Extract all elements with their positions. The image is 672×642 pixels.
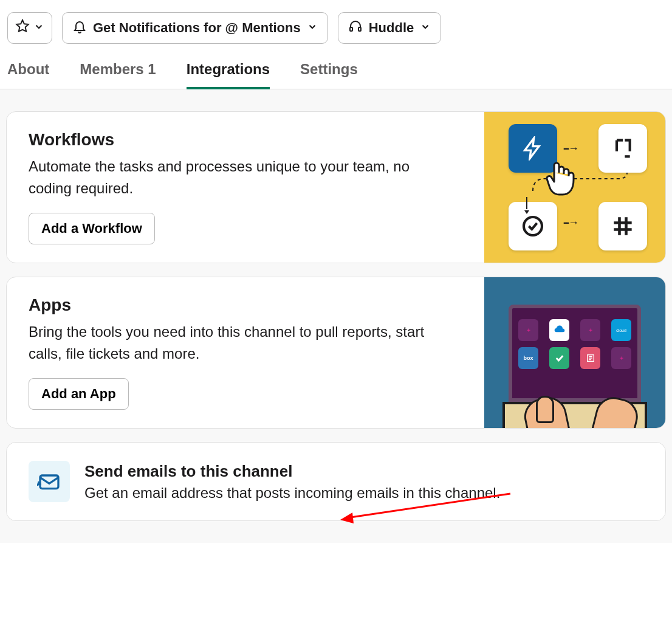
tab-integrations[interactable]: Integrations [187, 52, 270, 89]
star-icon [15, 19, 30, 37]
integrations-content: Workflows Automate the tasks and process… [0, 89, 672, 543]
email-description: Get an email address that posts incoming… [84, 485, 500, 502]
svg-rect-4 [40, 475, 58, 489]
apps-illustration: ＋ ＋ cloud box ＋ [484, 277, 665, 428]
workflows-card: Workflows Automate the tasks and process… [6, 111, 666, 263]
channel-toolbar: Get Notifications for @ Mentions Huddle [0, 0, 672, 52]
apps-card: Apps Bring the tools you need into this … [6, 277, 666, 429]
apps-description: Bring the tools you need into this chann… [29, 321, 430, 365]
email-texts: Send emails to this channel Get an email… [84, 462, 500, 502]
chevron-down-icon [33, 20, 44, 36]
workflows-title: Workflows [29, 130, 462, 150]
tab-about[interactable]: About [7, 52, 49, 89]
send-emails-card[interactable]: Send emails to this channel Get an email… [6, 442, 666, 521]
star-button[interactable] [7, 12, 52, 44]
tab-members-label: Members [80, 61, 143, 77]
notifications-button[interactable]: Get Notifications for @ Mentions [62, 12, 328, 44]
apps-body: Apps Bring the tools you need into this … [7, 277, 484, 428]
add-workflow-button[interactable]: Add a Workflow [29, 213, 155, 244]
email-icon [29, 461, 70, 502]
email-title: Send emails to this channel [84, 462, 500, 481]
svg-rect-0 [350, 27, 352, 31]
huddle-label: Huddle [369, 20, 414, 36]
huddle-button[interactable]: Huddle [338, 12, 442, 44]
workflows-body: Workflows Automate the tasks and process… [7, 112, 484, 263]
workflows-description: Automate the tasks and processes unique … [29, 156, 430, 199]
tab-members[interactable]: Members 1 [80, 52, 156, 89]
channel-tabs: About Members 1 Integrations Settings [0, 52, 672, 89]
apps-title: Apps [29, 295, 462, 315]
svg-rect-1 [358, 27, 361, 31]
pointer-hand-icon [542, 160, 578, 203]
workflows-illustration: --→ --→ [484, 112, 665, 263]
headphones-icon [348, 19, 363, 37]
chevron-down-icon [420, 20, 431, 36]
tab-members-count: 1 [148, 61, 156, 77]
notifications-label: Get Notifications for @ Mentions [93, 20, 301, 36]
chevron-down-icon [307, 20, 318, 36]
tab-settings[interactable]: Settings [300, 52, 358, 89]
add-app-button[interactable]: Add an App [29, 378, 129, 410]
bell-icon [72, 19, 87, 37]
